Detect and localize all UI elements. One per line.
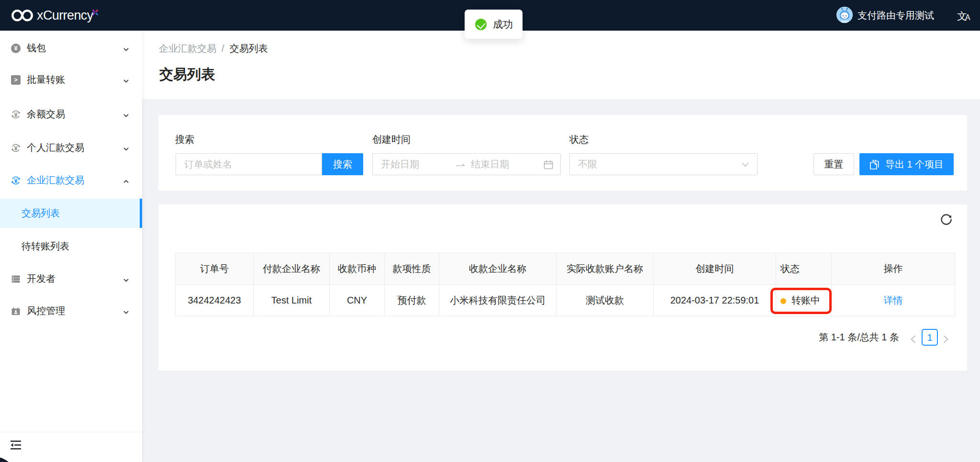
- svg-text:¥: ¥: [14, 111, 18, 118]
- svg-text:¥: ¥: [14, 144, 18, 151]
- svg-text:¥: ¥: [14, 177, 18, 184]
